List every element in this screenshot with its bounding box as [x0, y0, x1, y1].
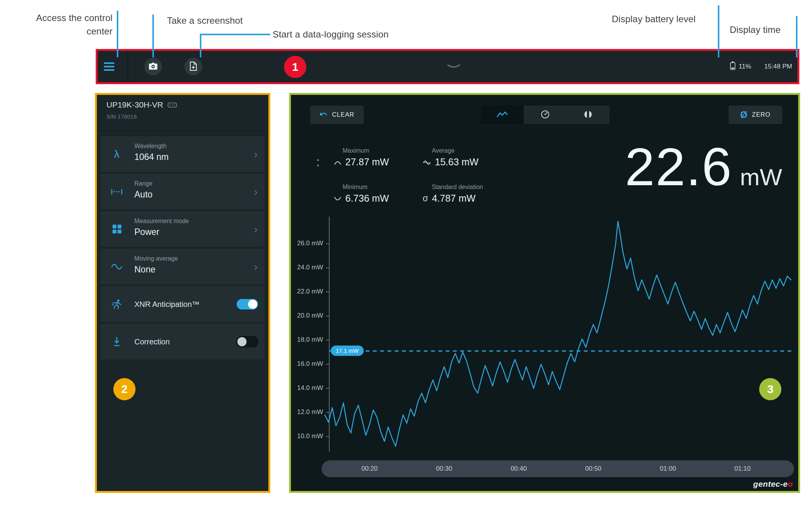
tab-line-chart[interactable]	[481, 106, 524, 124]
settings-frame: UP19K-30H-VR S/N 178018 λ Wavelength 106…	[95, 93, 270, 493]
setting-value: None	[134, 264, 155, 275]
xnr-toggle[interactable]	[236, 298, 258, 310]
setting-wavelength[interactable]: λ Wavelength 1064 nm ›	[101, 136, 265, 172]
runner-icon	[106, 286, 127, 322]
zero-button[interactable]: Ø ZERO	[729, 106, 782, 124]
zero-icon: Ø	[740, 110, 748, 119]
clear-button[interactable]: CLEAR	[310, 106, 364, 124]
threshold-badge[interactable]: 17.1 mW	[331, 346, 364, 356]
correction-icon	[106, 324, 127, 359]
clock-text: 15:48 PM	[764, 63, 792, 70]
tab-gauge[interactable]	[524, 106, 567, 124]
topbar-divider	[127, 51, 128, 82]
stat-value-minimum: 6.736 mW	[334, 193, 389, 204]
device-name-row: UP19K-30H-VR	[106, 100, 177, 109]
stat-label-std-dev: Standard deviation	[432, 184, 483, 191]
minimum-icon	[334, 193, 341, 204]
callout-badge-2: 2	[113, 378, 136, 400]
gauge-icon	[541, 110, 550, 120]
annotation-screenshot: Take a screenshot	[167, 15, 243, 26]
y-axis-label: 12.0 mW	[291, 408, 323, 416]
device-name: UP19K-30H-VR	[106, 100, 163, 109]
correction-toggle[interactable]	[236, 336, 258, 347]
stat-value-maximum: 27.87 mW	[334, 157, 389, 168]
setting-value: Power	[134, 227, 159, 237]
stat-label-minimum: Minimum	[343, 184, 368, 191]
annotation-time: Display time	[730, 24, 781, 35]
annotation-battery: Display battery level	[612, 14, 696, 24]
reading-value: 22.6	[625, 140, 732, 194]
x-axis-label: 00:30	[436, 465, 453, 473]
wavelength-lambda-icon: λ	[106, 136, 127, 172]
datalog-file-plus-icon	[190, 62, 197, 72]
stat-value-average: 15.63 mW	[423, 157, 479, 168]
page: Access the control center Take a screens…	[0, 0, 812, 512]
leader-line-datalog-h	[200, 34, 270, 35]
annotation-control-center: Access the control center	[15, 11, 113, 38]
range-icon	[106, 174, 127, 209]
setting-label: Range	[134, 180, 152, 187]
setting-correction[interactable]: Correction	[101, 324, 265, 359]
y-axis-label: 24.0 mW	[291, 264, 323, 271]
power-chart	[329, 217, 793, 452]
setting-label: Wavelength	[134, 143, 167, 150]
stats-handle-icon[interactable]	[317, 159, 319, 166]
settings-panel: UP19K-30H-VR S/N 178018 λ Wavelength 106…	[97, 95, 268, 491]
y-axis-label: 10.0 mW	[291, 432, 323, 440]
y-axis-label: 16.0 mW	[291, 360, 323, 368]
callout-badge-3: 3	[759, 378, 781, 400]
analog-meter-icon	[583, 111, 593, 119]
battery-percent: 11%	[738, 63, 751, 70]
battery-icon	[730, 61, 735, 72]
undo-icon	[319, 111, 328, 119]
clear-label: CLEAR	[332, 111, 354, 118]
measurement-mode-grid-icon	[106, 211, 127, 247]
y-axis-label: 18.0 mW	[291, 336, 323, 344]
topbar-status: 11% 15:48 PM	[730, 61, 792, 72]
line-chart-icon	[497, 111, 508, 119]
zero-label: ZERO	[752, 111, 770, 118]
x-axis-label: 00:50	[585, 465, 602, 473]
x-axis-label: 00:20	[361, 465, 378, 473]
display-frame: CLEAR	[289, 93, 800, 493]
callout-badge-1: 1	[284, 56, 306, 78]
chevron-right-icon: ›	[254, 186, 258, 197]
maximum-icon	[334, 157, 341, 168]
setting-value: 1064 nm	[134, 152, 169, 162]
average-icon	[423, 157, 431, 168]
chevron-right-icon: ›	[254, 261, 258, 272]
y-axis-label: 20.0 mW	[291, 312, 323, 320]
stat-label-maximum: Maximum	[343, 147, 369, 154]
setting-measurement-mode[interactable]: Measurement mode Power ›	[101, 211, 265, 247]
x-axis-label: 00:40	[511, 465, 527, 473]
x-axis-label: 01:10	[734, 465, 751, 473]
leader-line-control-center	[117, 11, 118, 57]
y-axis-label: 14.0 mW	[291, 384, 323, 392]
sigma-icon: σ	[423, 194, 428, 203]
divider	[97, 130, 268, 131]
time-axis-scrollbar[interactable]: 00:2000:3000:4000:5001:0001:10	[322, 460, 794, 477]
display-mode-tabs	[481, 106, 609, 124]
tab-analog-meter[interactable]	[567, 106, 609, 124]
x-axis-label: 01:00	[660, 465, 676, 473]
setting-label: Correction	[134, 337, 170, 346]
leader-line-time	[796, 16, 797, 57]
chevron-right-icon: ›	[254, 223, 258, 235]
menu-icon[interactable]	[104, 62, 114, 71]
camera-icon	[149, 62, 158, 71]
gentec-logo: gentec-eo	[753, 479, 793, 489]
chevron-down-icon[interactable]	[447, 63, 461, 70]
y-axis-label: 22.0 mW	[291, 288, 323, 295]
setting-range[interactable]: Range Auto ›	[101, 174, 265, 209]
leader-line-screenshot	[152, 15, 154, 57]
setting-moving-average[interactable]: Moving average None ›	[101, 249, 265, 284]
stat-value-std-dev: σ 4.787 mW	[423, 193, 475, 204]
measurement-display: CLEAR	[291, 95, 798, 491]
y-axis-label: 26.0 mW	[291, 240, 323, 247]
datalog-button[interactable]	[185, 58, 202, 75]
screenshot-button[interactable]	[144, 58, 162, 75]
setting-xnr-anticipation[interactable]: XNR Anticipation™	[101, 286, 265, 322]
leader-line-battery	[718, 5, 719, 57]
chevron-right-icon: ›	[254, 148, 258, 160]
setting-value: Auto	[134, 189, 152, 200]
